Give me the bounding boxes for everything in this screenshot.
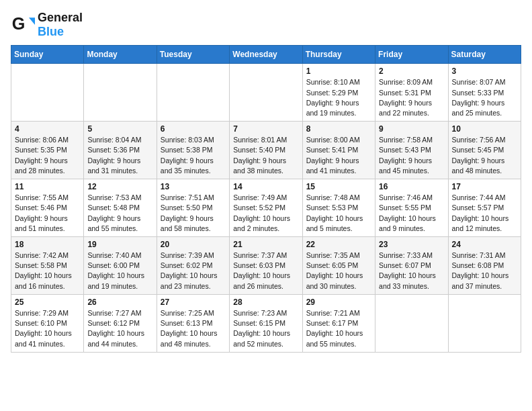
day-info: Sunrise: 7:55 AMSunset: 5:46 PMDaylight:…	[15, 193, 80, 234]
day-number: 7	[233, 124, 298, 134]
calendar-cell: 9Sunrise: 7:58 AMSunset: 5:43 PMDaylight…	[375, 122, 448, 179]
calendar-week-2: 4Sunrise: 8:06 AMSunset: 5:35 PMDaylight…	[11, 122, 521, 179]
day-info: Sunrise: 7:58 AMSunset: 5:43 PMDaylight:…	[379, 135, 444, 176]
calendar-cell: 10Sunrise: 7:56 AMSunset: 5:45 PMDayligh…	[448, 122, 521, 179]
day-header-saturday: Saturday	[448, 46, 521, 64]
calendar-cell	[11, 64, 84, 122]
day-info: Sunrise: 7:39 AMSunset: 6:02 PMDaylight:…	[161, 250, 226, 291]
day-number: 25	[15, 298, 80, 307]
day-header-thursday: Thursday	[302, 46, 375, 64]
calendar-cell: 19Sunrise: 7:40 AMSunset: 6:00 PMDayligh…	[84, 237, 157, 295]
day-info: Sunrise: 7:31 AMSunset: 6:08 PMDaylight:…	[452, 250, 517, 291]
day-number: 13	[161, 182, 226, 191]
calendar-cell: 25Sunrise: 7:29 AMSunset: 6:10 PMDayligh…	[11, 294, 84, 352]
calendar-week-1: 1Sunrise: 8:10 AMSunset: 5:29 PMDaylight…	[11, 64, 521, 122]
day-number: 3	[452, 66, 517, 76]
day-number: 19	[87, 240, 152, 249]
day-info: Sunrise: 7:29 AMSunset: 6:10 PMDaylight:…	[15, 308, 80, 349]
day-info: Sunrise: 7:40 AMSunset: 6:00 PMDaylight:…	[87, 250, 152, 291]
calendar-cell: 27Sunrise: 7:25 AMSunset: 6:13 PMDayligh…	[157, 294, 229, 352]
day-number: 8	[306, 124, 371, 134]
day-info: Sunrise: 8:04 AMSunset: 5:36 PMDaylight:…	[87, 135, 152, 176]
calendar-cell: 24Sunrise: 7:31 AMSunset: 6:08 PMDayligh…	[448, 237, 521, 295]
day-info: Sunrise: 7:23 AMSunset: 6:15 PMDaylight:…	[233, 308, 298, 349]
day-header-sunday: Sunday	[11, 46, 84, 64]
calendar-cell: 28Sunrise: 7:23 AMSunset: 6:15 PMDayligh…	[230, 294, 302, 352]
day-info: Sunrise: 7:21 AMSunset: 6:17 PMDaylight:…	[306, 308, 371, 349]
day-number: 15	[306, 182, 371, 191]
day-number: 9	[379, 124, 444, 134]
day-info: Sunrise: 7:35 AMSunset: 6:05 PMDaylight:…	[306, 250, 371, 291]
day-info: Sunrise: 8:01 AMSunset: 5:40 PMDaylight:…	[233, 135, 298, 176]
day-info: Sunrise: 7:46 AMSunset: 5:55 PMDaylight:…	[379, 193, 444, 234]
calendar-cell	[157, 64, 229, 122]
calendar-cell: 13Sunrise: 7:51 AMSunset: 5:50 PMDayligh…	[157, 179, 229, 237]
day-info: Sunrise: 7:44 AMSunset: 5:57 PMDaylight:…	[452, 193, 517, 234]
calendar-cell: 2Sunrise: 8:09 AMSunset: 5:31 PMDaylight…	[375, 64, 448, 122]
day-number: 16	[379, 182, 444, 191]
day-number: 20	[161, 240, 226, 249]
calendar-cell: 3Sunrise: 8:07 AMSunset: 5:33 PMDaylight…	[448, 64, 521, 122]
calendar-week-4: 18Sunrise: 7:42 AMSunset: 5:58 PMDayligh…	[11, 237, 521, 295]
day-header-monday: Monday	[84, 46, 157, 64]
day-number: 1	[306, 66, 371, 76]
day-info: Sunrise: 7:51 AMSunset: 5:50 PMDaylight:…	[161, 193, 226, 234]
day-number: 11	[15, 182, 80, 191]
calendar-week-3: 11Sunrise: 7:55 AMSunset: 5:46 PMDayligh…	[11, 179, 521, 237]
svg-marker-1	[29, 17, 35, 25]
day-number: 14	[233, 182, 298, 191]
calendar-cell: 12Sunrise: 7:53 AMSunset: 5:48 PMDayligh…	[84, 179, 157, 237]
day-info: Sunrise: 7:25 AMSunset: 6:13 PMDaylight:…	[161, 308, 226, 349]
day-number: 10	[452, 124, 517, 134]
day-info: Sunrise: 7:56 AMSunset: 5:45 PMDaylight:…	[452, 135, 517, 176]
day-number: 29	[306, 298, 371, 307]
day-number: 22	[306, 240, 371, 249]
calendar-week-5: 25Sunrise: 7:29 AMSunset: 6:10 PMDayligh…	[11, 294, 521, 352]
calendar-cell: 23Sunrise: 7:33 AMSunset: 6:07 PMDayligh…	[375, 237, 448, 295]
day-info: Sunrise: 7:42 AMSunset: 5:58 PMDaylight:…	[15, 250, 80, 291]
logo-text: General Blue	[38, 11, 83, 38]
day-header-tuesday: Tuesday	[157, 46, 229, 64]
day-info: Sunrise: 8:06 AMSunset: 5:35 PMDaylight:…	[15, 135, 80, 176]
day-header-wednesday: Wednesday	[230, 46, 302, 64]
calendar-cell: 21Sunrise: 7:37 AMSunset: 6:03 PMDayligh…	[230, 237, 302, 295]
logo-icon: G	[11, 13, 35, 37]
calendar-cell: 15Sunrise: 7:48 AMSunset: 5:53 PMDayligh…	[302, 179, 375, 237]
calendar-table: SundayMondayTuesdayWednesdayThursdayFrid…	[11, 45, 521, 352]
day-info: Sunrise: 7:27 AMSunset: 6:12 PMDaylight:…	[87, 308, 152, 349]
day-info: Sunrise: 8:00 AMSunset: 5:41 PMDaylight:…	[306, 135, 371, 176]
calendar-cell: 8Sunrise: 8:00 AMSunset: 5:41 PMDaylight…	[302, 122, 375, 179]
calendar-cell	[230, 64, 302, 122]
day-number: 2	[379, 66, 444, 76]
calendar-cell: 16Sunrise: 7:46 AMSunset: 5:55 PMDayligh…	[375, 179, 448, 237]
calendar-cell	[84, 64, 157, 122]
day-number: 12	[87, 182, 152, 191]
svg-text:G: G	[12, 14, 26, 33]
calendar-cell: 29Sunrise: 7:21 AMSunset: 6:17 PMDayligh…	[302, 294, 375, 352]
day-info: Sunrise: 8:10 AMSunset: 5:29 PMDaylight:…	[306, 77, 371, 118]
day-info: Sunrise: 8:03 AMSunset: 5:38 PMDaylight:…	[161, 135, 226, 176]
calendar-header: SundayMondayTuesdayWednesdayThursdayFrid…	[11, 46, 521, 64]
calendar-cell: 20Sunrise: 7:39 AMSunset: 6:02 PMDayligh…	[157, 237, 229, 295]
day-info: Sunrise: 7:53 AMSunset: 5:48 PMDaylight:…	[87, 193, 152, 234]
day-info: Sunrise: 8:09 AMSunset: 5:31 PMDaylight:…	[379, 77, 444, 118]
calendar-cell: 6Sunrise: 8:03 AMSunset: 5:38 PMDaylight…	[157, 122, 229, 179]
calendar-cell: 26Sunrise: 7:27 AMSunset: 6:12 PMDayligh…	[84, 294, 157, 352]
calendar-cell: 22Sunrise: 7:35 AMSunset: 6:05 PMDayligh…	[302, 237, 375, 295]
day-info: Sunrise: 7:49 AMSunset: 5:52 PMDaylight:…	[233, 193, 298, 234]
day-number: 21	[233, 240, 298, 249]
day-number: 5	[87, 124, 152, 134]
calendar-cell: 7Sunrise: 8:01 AMSunset: 5:40 PMDaylight…	[230, 122, 302, 179]
day-number: 18	[15, 240, 80, 249]
calendar-cell	[375, 294, 448, 352]
day-number: 6	[161, 124, 226, 134]
calendar-cell: 5Sunrise: 8:04 AMSunset: 5:36 PMDaylight…	[84, 122, 157, 179]
day-number: 28	[233, 298, 298, 307]
calendar-cell: 1Sunrise: 8:10 AMSunset: 5:29 PMDaylight…	[302, 64, 375, 122]
calendar-cell: 11Sunrise: 7:55 AMSunset: 5:46 PMDayligh…	[11, 179, 84, 237]
calendar-cell: 18Sunrise: 7:42 AMSunset: 5:58 PMDayligh…	[11, 237, 84, 295]
day-info: Sunrise: 7:37 AMSunset: 6:03 PMDaylight:…	[233, 250, 298, 291]
day-number: 24	[452, 240, 517, 249]
day-number: 23	[379, 240, 444, 249]
logo: G General Blue	[11, 11, 83, 38]
